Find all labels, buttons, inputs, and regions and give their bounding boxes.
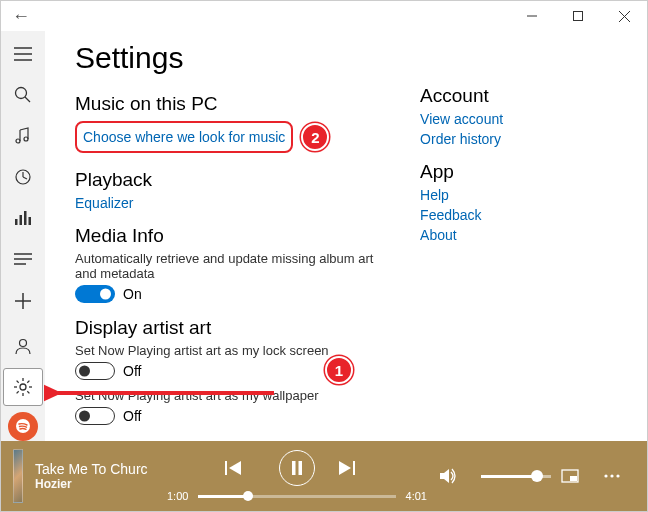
wallpaper-toggle[interactable]	[75, 407, 115, 425]
back-button[interactable]: ←	[1, 1, 41, 31]
callout-badge-1: 1	[325, 356, 353, 384]
playlists-button[interactable]	[3, 241, 43, 278]
track-info: Take Me To Churc Hozier	[35, 461, 155, 491]
svg-line-30	[27, 391, 29, 393]
svg-point-41	[604, 474, 607, 477]
spotify-button[interactable]	[8, 412, 38, 441]
artist-art-heading: Display artist art	[75, 317, 390, 339]
search-button[interactable]	[3, 76, 43, 113]
minimize-button[interactable]	[509, 1, 555, 31]
svg-line-31	[17, 391, 19, 393]
volume-button[interactable]	[439, 468, 471, 484]
callout-badge-2: 2	[301, 123, 329, 151]
recent-button[interactable]	[3, 159, 43, 196]
svg-rect-40	[570, 476, 577, 481]
miniplayer-button[interactable]	[561, 469, 593, 483]
view-account-link[interactable]: View account	[420, 111, 617, 127]
account-button[interactable]	[3, 327, 43, 364]
now-playing-button[interactable]	[3, 200, 43, 237]
duration-time: 4:01	[406, 490, 427, 502]
titlebar: ←	[1, 1, 647, 31]
progress-slider[interactable]	[198, 495, 395, 498]
svg-line-13	[23, 177, 27, 179]
maximize-button[interactable]	[555, 1, 601, 31]
play-pause-button[interactable]	[279, 450, 315, 486]
svg-rect-17	[29, 217, 32, 225]
page-title: Settings	[75, 41, 390, 75]
volume-slider[interactable]	[481, 475, 551, 478]
svg-rect-16	[24, 211, 27, 225]
account-heading: Account	[420, 85, 617, 107]
my-music-button[interactable]	[3, 117, 43, 154]
gear-icon	[14, 378, 32, 396]
equalizer-link[interactable]: Equalizer	[75, 195, 390, 211]
sidebar	[1, 31, 45, 441]
track-artist: Hozier	[35, 477, 155, 491]
svg-point-43	[616, 474, 619, 477]
svg-rect-14	[15, 219, 18, 225]
svg-rect-1	[574, 12, 583, 21]
elapsed-time: 1:00	[167, 490, 188, 502]
main-content: Settings Music on this PC Choose where w…	[45, 31, 647, 441]
settings-button[interactable]	[3, 368, 43, 405]
callout-box-2: Choose where we look for music	[75, 121, 293, 153]
player-right-controls	[439, 468, 635, 484]
svg-point-42	[610, 474, 613, 477]
svg-point-9	[16, 139, 20, 143]
svg-rect-35	[225, 461, 227, 475]
wallpaper-desc: Set Now Playing artist art as my wallpap…	[75, 388, 390, 403]
app-window: ←	[0, 0, 648, 512]
svg-rect-37	[299, 461, 303, 475]
svg-line-32	[27, 381, 29, 383]
lock-toggle-label: Off	[123, 363, 141, 379]
wallpaper-toggle-label: Off	[123, 408, 141, 424]
close-button[interactable]	[601, 1, 647, 31]
feedback-link[interactable]: Feedback	[420, 207, 617, 223]
svg-rect-36	[292, 461, 296, 475]
lock-screen-toggle[interactable]	[75, 362, 115, 380]
media-info-toggle[interactable]	[75, 285, 115, 303]
hamburger-button[interactable]	[3, 35, 43, 72]
svg-line-8	[25, 97, 30, 102]
next-button[interactable]	[337, 460, 369, 476]
svg-point-7	[16, 87, 27, 98]
previous-button[interactable]	[225, 460, 257, 476]
app-heading: App	[420, 161, 617, 183]
svg-point-24	[20, 384, 26, 390]
add-button[interactable]	[3, 282, 43, 319]
more-button[interactable]	[603, 473, 635, 479]
svg-point-23	[20, 339, 27, 346]
media-toggle-label: On	[123, 286, 142, 302]
choose-music-folders-link[interactable]: Choose where we look for music	[83, 129, 285, 145]
order-history-link[interactable]: Order history	[420, 131, 617, 147]
media-info-heading: Media Info	[75, 225, 390, 247]
app-body: Settings Music on this PC Choose where w…	[1, 31, 647, 441]
right-column: Account View account Order history App H…	[390, 41, 617, 431]
svg-rect-15	[20, 215, 23, 225]
svg-line-29	[17, 381, 19, 383]
help-link[interactable]: Help	[420, 187, 617, 203]
now-playing-bar: Take Me To Churc Hozier 1:00 4:	[1, 441, 647, 511]
playback-heading: Playback	[75, 169, 390, 191]
media-info-desc: Automatically retrieve and update missin…	[75, 251, 390, 281]
music-heading: Music on this PC	[75, 93, 390, 115]
album-art[interactable]	[13, 449, 23, 503]
playback-controls: 1:00 4:01	[167, 450, 427, 502]
about-link[interactable]: About	[420, 227, 617, 243]
settings-column: Settings Music on this PC Choose where w…	[75, 41, 390, 431]
track-title: Take Me To Churc	[35, 461, 155, 477]
svg-rect-38	[353, 461, 355, 475]
